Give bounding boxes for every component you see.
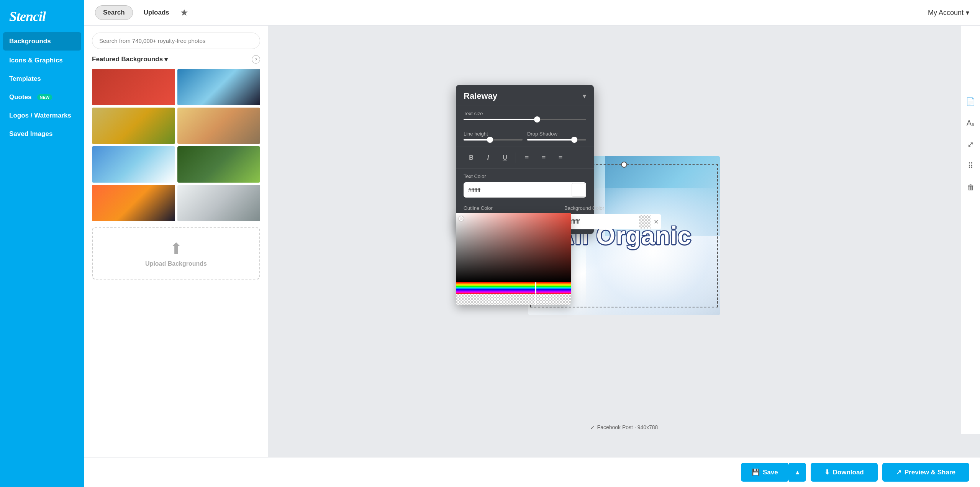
bg-color-input[interactable] — [564, 219, 639, 225]
background-thumb-2[interactable] — [177, 69, 261, 105]
color-picker-handle[interactable] — [459, 216, 464, 221]
left-panel: Featured Backgrounds ▾ ? ⬆ Upload Backgr… — [84, 26, 268, 457]
background-thumb-4[interactable] — [177, 108, 261, 144]
drop-shadow-section: Drop Shadow — [527, 131, 586, 142]
app-logo: Stencil — [0, 0, 84, 31]
chevron-down-icon: ▾ — [966, 8, 969, 17]
drop-shadow-slider[interactable] — [527, 139, 586, 141]
background-thumb-6[interactable] — [177, 146, 261, 183]
background-image-grid — [92, 69, 260, 221]
account-button[interactable]: My Account ▾ — [928, 8, 969, 17]
resize-icon: ⤢ — [590, 424, 595, 430]
bg-input-wrap: ✕ — [564, 214, 661, 229]
canvas-type-label: Facebook Post · 940x788 — [597, 424, 658, 430]
background-thumb-1[interactable] — [92, 69, 175, 105]
background-thumb-3[interactable] — [92, 108, 175, 144]
download-button[interactable]: ⬇ Download — [811, 463, 878, 482]
save-dropdown-button[interactable]: ▲ — [789, 463, 806, 482]
main: Search Uploads ★ My Account ▾ Featured B… — [84, 0, 980, 487]
line-height-dropshadow-section: Line height Drop Shadow — [456, 126, 594, 147]
color-picker-opacity[interactable] — [456, 294, 571, 305]
sidebar-item-label: Logos / Watermarks — [9, 112, 71, 119]
share-icon: ↗ — [896, 468, 901, 476]
featured-header: Featured Backgrounds ▾ ? — [92, 55, 260, 64]
quotes-new-badge: NEW — [37, 94, 52, 100]
bg-color-label: Background Color — [564, 205, 661, 211]
italic-button[interactable]: I — [480, 151, 496, 165]
document-icon[interactable]: 📄 — [964, 95, 978, 108]
text-size-slider-thumb[interactable] — [534, 116, 540, 123]
sidebar-item-icons[interactable]: Icons & Graphics — [0, 51, 84, 70]
sidebar-item-templates[interactable]: Templates — [0, 70, 84, 88]
preview-share-button[interactable]: ↗ Preview & Share — [882, 463, 969, 482]
right-toolbar: 📄 Aₐ ⤢ ⠿ 🗑 — [961, 26, 980, 434]
canvas-area: Raleway ▾ Text size Line height — [268, 26, 980, 457]
text-size-icon[interactable]: Aₐ — [964, 116, 978, 130]
sidebar-item-saved[interactable]: Saved Images — [0, 125, 84, 143]
account-label: My Account — [928, 9, 964, 17]
sidebar-item-backgrounds[interactable]: Backgrounds — [3, 32, 81, 51]
sidebar-item-logos[interactable]: Logos / Watermarks — [0, 106, 84, 125]
font-name-label[interactable]: Raleway — [464, 91, 497, 101]
underline-button[interactable]: U — [497, 151, 513, 165]
bottom-bar: 💾 Save ▲ ⬇ Download ↗ Preview & Share — [84, 457, 980, 487]
font-popup-header: Raleway ▾ — [456, 85, 594, 106]
search-input[interactable] — [92, 33, 260, 49]
topbar-left: Search Uploads ★ — [95, 5, 188, 20]
help-icon[interactable]: ? — [252, 55, 260, 64]
text-color-label: Text Color — [464, 173, 586, 179]
align-right-button[interactable]: ≡ — [553, 151, 568, 165]
drop-shadow-thumb[interactable] — [571, 137, 577, 143]
sidebar-item-quotes[interactable]: Quotes NEW — [0, 88, 84, 106]
color-picker-gradient[interactable] — [456, 213, 571, 282]
align-left-button[interactable]: ≡ — [519, 151, 534, 165]
hue-thumb[interactable] — [535, 282, 536, 294]
color-picker-hue[interactable] — [456, 282, 571, 294]
text-size-label: Text size — [464, 111, 586, 116]
color-picker-popup[interactable] — [456, 213, 571, 305]
search-tab[interactable]: Search — [95, 5, 133, 20]
text-size-slider-fill — [464, 119, 537, 120]
uploads-tab[interactable]: Uploads — [139, 6, 174, 20]
text-color-input[interactable] — [464, 187, 571, 193]
sidebar-nav: Backgrounds Icons & Graphics Templates Q… — [0, 31, 84, 487]
text-size-section: Text size — [456, 106, 594, 126]
content: Featured Backgrounds ▾ ? ⬆ Upload Backgr… — [84, 26, 980, 457]
opacity-thumb[interactable] — [535, 294, 536, 305]
featured-title[interactable]: Featured Backgrounds ▾ — [92, 56, 168, 64]
topbar: Search Uploads ★ My Account ▾ — [84, 0, 980, 26]
line-height-section: Line height — [464, 131, 523, 142]
resize-canvas-icon[interactable]: ⤢ — [964, 137, 978, 151]
favorites-icon[interactable]: ★ — [180, 7, 188, 18]
line-height-slider[interactable] — [464, 139, 523, 141]
background-thumb-5[interactable] — [92, 146, 175, 183]
background-thumb-7[interactable] — [92, 185, 175, 221]
sidebar-item-label: Quotes — [9, 93, 32, 101]
download-icon: ⬇ — [824, 468, 830, 476]
line-height-label: Line height — [464, 131, 523, 137]
bg-color-col: Background Color ✕ — [564, 205, 661, 229]
bg-color-swatch[interactable] — [639, 215, 651, 229]
text-color-section: Text Color — [456, 169, 594, 202]
sidebar-item-label: Saved Images — [9, 130, 52, 138]
upload-text: Upload Backgrounds — [104, 260, 248, 267]
background-thumb-8[interactable] — [177, 185, 261, 221]
align-center-button[interactable]: ≡ — [536, 151, 551, 165]
line-height-thumb[interactable] — [487, 137, 493, 143]
chevron-down-icon: ▾ — [164, 56, 168, 64]
save-button[interactable]: 💾 Save — [741, 463, 789, 482]
delete-icon[interactable]: 🗑 — [964, 180, 978, 194]
canvas-footer: ⤢ Facebook Post · 940x788 — [590, 424, 658, 430]
text-color-swatch[interactable] — [572, 183, 585, 197]
font-popup: Raleway ▾ Text size Line height — [456, 85, 594, 234]
grid-icon[interactable]: ⠿ — [964, 159, 978, 173]
bold-button[interactable]: B — [464, 151, 479, 165]
text-color-input-row — [464, 182, 586, 198]
sidebar-item-label: Backgrounds — [9, 38, 51, 45]
upload-area[interactable]: ⬆ Upload Backgrounds — [92, 227, 260, 279]
text-size-slider-track[interactable] — [464, 119, 586, 120]
bg-clear-button[interactable]: ✕ — [651, 215, 661, 229]
drop-shadow-label: Drop Shadow — [527, 131, 586, 137]
font-chevron-icon[interactable]: ▾ — [583, 92, 586, 100]
save-button-group: 💾 Save ▲ — [741, 463, 806, 482]
